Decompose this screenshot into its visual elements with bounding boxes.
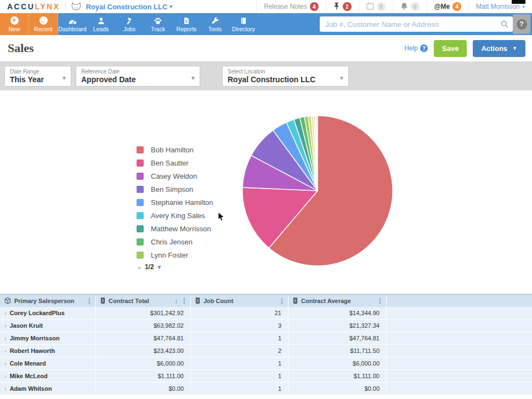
nav-item-tools[interactable]: Tools <box>201 13 229 35</box>
page-header: Sales Help ? Save Actions ▼ <box>0 35 532 61</box>
company-name: Royal Construction LLC <box>86 3 168 11</box>
column-header[interactable]: Contract Average ⋮ <box>288 295 387 307</box>
nav-item-label: Jobs <box>123 26 135 32</box>
help-icon: ? <box>420 44 428 52</box>
aggregate-icon <box>293 297 298 305</box>
legend-item[interactable]: Lynn Foster <box>137 248 213 261</box>
chevron-down-icon: ▼ <box>190 75 196 81</box>
page-title: Sales <box>8 41 34 55</box>
legend-swatch <box>137 252 144 259</box>
legend-item[interactable]: Casey Weldon <box>137 169 213 183</box>
table-header-row: Primary Salesperson ⋮ Contract Total ↓ ⋮… <box>0 294 532 307</box>
aggregate-icon <box>100 297 105 305</box>
column-header[interactable]: Contract Total ↓ ⋮ <box>96 295 191 307</box>
search-icon[interactable] <box>501 20 508 30</box>
question-icon: ? <box>517 19 527 30</box>
nav-item-label: Reports <box>177 26 197 32</box>
nav-item-label: Directory <box>232 26 255 32</box>
table-row[interactable]: ›Robert Haworth $23,423.00 2 $11,711.50 <box>0 345 532 357</box>
row-expand-icon[interactable]: › <box>4 347 7 354</box>
legend-label: Ben Sautter <box>151 159 189 167</box>
filter-bar: Date Range This Year ▼ Reference Date Ap… <box>0 61 532 90</box>
sort-desc-icon[interactable]: ↓ <box>174 297 178 305</box>
help-link[interactable]: Help ? <box>404 44 428 52</box>
table-row[interactable]: ›Corey LockardPlus $301,242.92 21 $14,34… <box>0 307 532 320</box>
bell-badge: 0 <box>411 2 420 11</box>
row-expand-icon[interactable]: › <box>4 360 7 367</box>
search-input[interactable] <box>320 16 513 32</box>
table-row[interactable]: ›Jason Kruit $63,982.02 3 $21,327.34 <box>0 320 532 332</box>
legend-label: Lynn Foster <box>151 251 188 259</box>
legend-item[interactable]: Avery King Sales <box>137 209 213 222</box>
filter-value: Royal Construction LLC <box>228 75 336 84</box>
row-expand-icon[interactable]: › <box>4 373 7 379</box>
cube-icon <box>4 297 11 305</box>
book-icon <box>240 16 247 25</box>
main-nav: + New ← Recent Dashboard Leads Jobs Trac… <box>0 13 532 35</box>
column-menu-icon[interactable]: ⋮ <box>181 297 188 305</box>
legend-item[interactable]: Stephanie Hamilton <box>137 196 213 209</box>
row-expand-icon[interactable]: › <box>4 385 7 392</box>
legend-pager: ▲1/2▼ <box>137 263 213 271</box>
paw-icon <box>154 16 162 25</box>
chevron-down-icon: ▼ <box>339 75 344 81</box>
row-expand-icon[interactable]: › <box>4 335 7 341</box>
bell-icon <box>400 2 408 12</box>
legend-page-down-icon[interactable]: ▼ <box>157 264 162 270</box>
chevron-down-icon: ▾ <box>169 4 172 9</box>
calendar-button[interactable]: 0 <box>359 0 393 13</box>
recent-button[interactable]: ← Recent <box>29 13 58 35</box>
new-button[interactable]: + New <box>0 13 29 35</box>
gauge-icon <box>68 16 77 25</box>
row-expand-icon[interactable]: › <box>4 310 7 316</box>
nav-item-dashboard[interactable]: Dashboard <box>58 13 87 35</box>
nav-item-reports[interactable]: Reports <box>172 13 201 35</box>
company-selector[interactable]: Royal Construction LLC▾ <box>86 3 172 11</box>
legend-item[interactable]: Bob Hamilton <box>137 143 213 156</box>
pin-badge: 2 <box>343 2 352 11</box>
filter-label: Select Location <box>228 69 336 75</box>
table-row[interactable]: ›Jimmy Morrisson $47,764.81 1 $47,764.81 <box>0 332 532 345</box>
chevron-down-icon: ▼ <box>512 45 517 51</box>
at-me-button[interactable]: @Me 4 <box>427 0 468 13</box>
column-menu-icon[interactable]: ⋮ <box>279 297 285 305</box>
nav-item-jobs[interactable]: Jobs <box>115 13 144 35</box>
top-bar-actions: Release Notes 4 2 0 0 @Me 4 Matt Morriss… <box>256 0 532 13</box>
nav-item-track[interactable]: Track <box>144 13 172 35</box>
column-menu-icon[interactable]: ⋮ <box>377 297 383 305</box>
legend-item[interactable]: Ben Sautter <box>137 156 213 169</box>
report-icon <box>183 16 190 25</box>
acculynx-logo[interactable]: ACCULYNX <box>0 2 60 11</box>
table-row[interactable]: ›Mike McLeod $1,111.00 1 $1,111.00 <box>0 370 532 383</box>
nav-item-leads[interactable]: Leads <box>87 13 115 35</box>
calendar-badge: 0 <box>377 2 386 11</box>
column-menu-icon[interactable]: ⋮ <box>86 297 93 305</box>
chevron-down-icon: ▾ <box>522 4 525 9</box>
notifications-button[interactable]: 0 <box>393 0 427 13</box>
actions-button[interactable]: Actions ▼ <box>473 40 525 57</box>
legend-page-up-icon[interactable]: ▲ <box>137 264 142 270</box>
release-notes-button[interactable]: Release Notes 4 <box>256 0 326 13</box>
nav-items: Dashboard Leads Jobs Track Reports Tools… <box>58 13 258 35</box>
table-row[interactable]: ›Adam Whitson $0.00 1 $0.00 <box>0 383 532 395</box>
pie-chart <box>241 114 394 267</box>
column-header-empty <box>387 295 532 307</box>
filter-dropdown[interactable]: Reference Date Approved Date ▼ <box>76 66 200 87</box>
nav-item-directory[interactable]: Directory <box>229 13 258 35</box>
search-box <box>320 16 513 32</box>
user-name: Matt Morrisson <box>476 3 519 10</box>
pinned-items-button[interactable]: 2 <box>326 0 359 13</box>
table-body: ›Corey LockardPlus $301,242.92 21 $14,34… <box>0 307 532 395</box>
legend-label: Matthew Morrisson <box>151 225 211 233</box>
global-help-button[interactable]: ? <box>513 14 530 34</box>
legend-item[interactable]: Chris Jensen <box>137 235 213 248</box>
column-header[interactable]: Primary Salesperson ⋮ <box>0 295 96 307</box>
legend-item[interactable]: Matthew Morrisson <box>137 222 213 235</box>
filter-dropdown[interactable]: Select Location Royal Construction LLC ▼ <box>222 66 349 87</box>
table-row[interactable]: ›Cole Menard $6,000.00 1 $6,000.00 <box>0 357 532 370</box>
legend-item[interactable]: Ben Simpson <box>137 183 213 196</box>
filter-dropdown[interactable]: Date Range This Year ▼ <box>4 66 71 87</box>
row-expand-icon[interactable]: › <box>4 322 7 329</box>
column-header[interactable]: Job Count ⋮ <box>191 295 288 307</box>
save-button[interactable]: Save <box>434 40 467 57</box>
